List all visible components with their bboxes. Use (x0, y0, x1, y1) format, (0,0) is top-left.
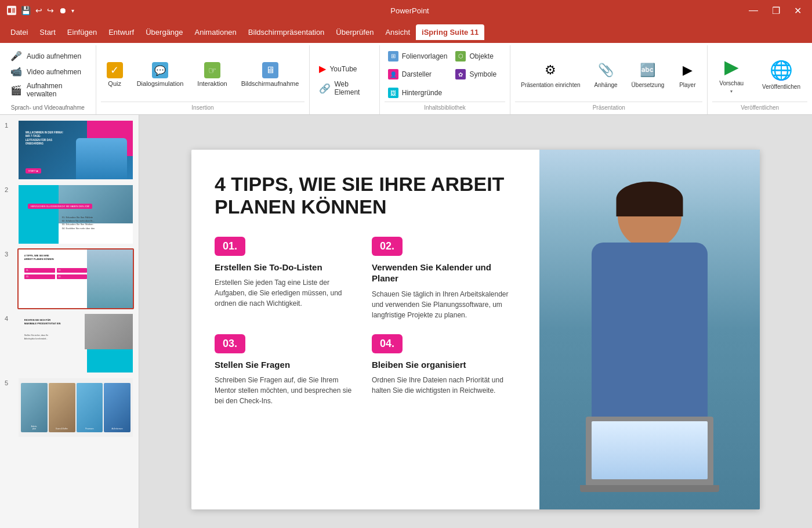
menu-ueberpruefen[interactable]: Überprüfen (330, 24, 379, 40)
dialogsimulation-button[interactable]: 💬 Dialogsimulation (131, 48, 190, 102)
dropdown-icon[interactable]: ▾ (71, 8, 74, 14)
audio-aufnehmen-button[interactable]: 🎤 Audio aufnehmen (7, 49, 89, 63)
menu-uebergaenge[interactable]: Übergänge (140, 24, 188, 40)
title-bar-left: 💾 ↩ ↪ ⏺ ▾ (7, 6, 74, 15)
menu-animationen[interactable]: Animationen (189, 24, 242, 40)
main-area: 1 WILLKOMMEN IN DER FIRMA!IHR 7-TAGE-LEI… (0, 115, 812, 528)
video-aufnehmen-button[interactable]: 📹 Video aufnehmen (7, 64, 89, 79)
vorschau-dropdown[interactable]: ▾ (730, 89, 733, 94)
slide-panel: 1 WILLKOMMEN IN DER FIRMA!IHR 7-TAGE-LEI… (0, 115, 139, 528)
slide-num-5: 5 (5, 377, 13, 386)
darsteller-button[interactable]: 👤 Darsteller (385, 66, 451, 84)
close-button[interactable]: ✕ (791, 5, 805, 16)
symbole-button[interactable]: ✿ Symbole (452, 66, 505, 84)
slide-thumbnail-1[interactable]: 1 WILLKOMMEN IN DER FIRMA!IHR 7-TAGE-LEI… (5, 120, 134, 180)
tip-item-4: 04. Bleiben Sie organisiert Ordnen Sie I… (372, 334, 510, 407)
veroeffentlichen-button[interactable]: 🌐 Veröffentlichen (755, 56, 807, 93)
slide-img-5[interactable]: Arbeits-platz Essen & Kaffee Prozessen A… (17, 377, 134, 438)
title-bar-title: PowerPoint (390, 6, 429, 15)
menu-start[interactable]: Start (34, 24, 61, 40)
screen-icon: 🖥 (262, 62, 278, 78)
tip-item-3: 03. Stellen Sie Fragen Schreiben Sie Fra… (215, 334, 353, 407)
menu-entwurf[interactable]: Entwurf (103, 24, 140, 40)
folienvorlagen-icon: ⊞ (388, 51, 398, 62)
title-bar-controls: — ❐ ✕ (745, 5, 805, 16)
dialog-icon: 💬 (152, 62, 168, 78)
app-icon (7, 6, 16, 15)
maximize-button[interactable]: ❐ (768, 5, 784, 16)
insertion-label: Insertion (101, 102, 305, 112)
tip-text-2: Schauen Sie täglich in Ihren Arbeitskale… (372, 289, 510, 320)
uebersetzung-button[interactable]: 🔤 Übersetzung (626, 57, 670, 92)
youtube-button[interactable]: ▶ YouTube (317, 62, 372, 75)
slide-num-4: 4 (5, 313, 13, 322)
bildschirmaufnahme-button[interactable]: 🖥 Bildschirmaufnahme (235, 48, 305, 102)
slide-thumbnail-5[interactable]: 5 Arbeits-platz Essen & Kaffee Prozessen (5, 377, 134, 438)
ribbon-section-web: ▶ YouTube 🔗 Web Element (310, 45, 379, 114)
hintergruende-icon: 🖼 (388, 88, 398, 98)
vorschau-icon: ▶ (724, 56, 739, 78)
undo-icon[interactable]: ↩ (35, 6, 42, 15)
slide-title: 4 TIPPS, WIE SIE IHRE ARBEIT PLANEN KÖNN… (215, 173, 510, 218)
film-icon: 🎬 (10, 85, 22, 96)
save-icon[interactable]: 💾 (21, 6, 31, 15)
tip-number-1: 01. (215, 237, 245, 256)
uebersetzung-icon: 🔤 (639, 61, 657, 79)
menu-datei[interactable]: Datei (5, 24, 34, 40)
folienvorlagen-button[interactable]: ⊞ Folienvorlagen (385, 48, 451, 65)
redo-icon[interactable]: ↪ (47, 6, 54, 15)
tip-number-2: 02. (372, 237, 403, 256)
slide-content-area: 4 TIPPS, WIE SIE IHRE ARBEIT PLANEN KÖNN… (191, 150, 534, 509)
svg-rect-2 (12, 8, 15, 13)
anhaenge-button[interactable]: 📎 Anhänge (589, 57, 624, 92)
slide-img-2[interactable]: HERZLICHEN GLÜCKWUNSCH! SIE HABEN DEN JO… (17, 184, 134, 245)
svg-rect-1 (8, 8, 11, 13)
aufnahmen-verwalten-button[interactable]: 🎬 Aufnahmen verwalten (7, 80, 89, 100)
tip-item-2: 02. Verwenden Sie Kalender und Planer Sc… (372, 237, 510, 320)
quiz-icon: ✓ (107, 62, 123, 78)
player-button[interactable]: ▶ Player (672, 57, 702, 92)
title-bar: 💾 ↩ ↪ ⏺ ▾ PowerPoint — ❐ ✕ (0, 0, 812, 21)
ribbon-section-praesentation: ⚙ Präsentation einrichten 📎 Anhänge 🔤 Üb… (510, 45, 708, 114)
tip-text-1: Erstellen Sie jeden Tag eine Liste der A… (215, 277, 353, 309)
ribbon-section-publish: ▶ Vorschau ▾ 🌐 Veröffentlichen Veröffent… (708, 45, 812, 114)
publish-label: Veröffentlichen (712, 102, 807, 112)
veroeffentlichen-icon: 🌐 (770, 59, 793, 81)
objekte-button[interactable]: ⬡ Objekte (452, 48, 505, 65)
menu-ispring[interactable]: iSpring Suite 11 (416, 24, 484, 40)
video-icon: 📹 (10, 66, 22, 77)
audio-section-label: Sprach- und Videoaufnahme (7, 104, 89, 111)
tip-heading-3: Stellen Sie Fragen (215, 359, 353, 371)
objekte-icon: ⬡ (455, 51, 466, 62)
minimize-button[interactable]: — (745, 5, 762, 16)
tip-heading-1: Erstellen Sie To-Do-Listen (215, 262, 353, 273)
slide-thumbnail-4[interactable]: 4 RICHTEN SIE SICH FÜRMAXIMALE PRODUKTIV… (5, 313, 134, 374)
ribbon-section-audio-video: 🎤 Audio aufnehmen 📹 Video aufnehmen 🎬 Au… (0, 45, 96, 114)
slide-num-3: 3 (5, 248, 13, 258)
slide-view: 4 TIPPS, WIE SIE IHRE ARBEIT PLANEN KÖNN… (139, 115, 812, 528)
slide-img-4[interactable]: RICHTEN SIE SICH FÜRMAXIMALE PRODUKTIVIT… (17, 313, 134, 374)
tip-text-3: Schreiben Sie Fragen auf, die Sie Ihrem … (215, 375, 353, 406)
anhaenge-icon: 📎 (597, 61, 615, 79)
web-icon: 🔗 (319, 83, 331, 94)
menu-einfuegen[interactable]: Einfügen (61, 24, 103, 40)
slide-thumbnail-3[interactable]: 3 4 TIPPS, WIE SIE IHREARBEIT PLANEN KÖN… (5, 248, 134, 309)
praesentation-einrichten-button[interactable]: ⚙ Präsentation einrichten (515, 57, 586, 92)
menu-ansicht[interactable]: Ansicht (379, 24, 416, 40)
slide-num-1: 1 (5, 120, 13, 129)
person-photo (539, 150, 760, 509)
slide-thumbnail-2[interactable]: 2 HERZLICHEN GLÜCKWUNSCH! SIE HABEN DEN … (5, 184, 134, 245)
tip-heading-2: Verwenden Sie Kalender und Planer (372, 262, 510, 284)
tips-grid: 01. Erstellen Sie To-Do-Listen Erstellen… (215, 237, 510, 407)
menu-bildschirm[interactable]: Bildschirmpräsentation (242, 24, 331, 40)
interaktion-button[interactable]: ☞ Interaktion (191, 48, 233, 102)
vorschau-button[interactable]: ▶ Vorschau ▾ (712, 52, 751, 97)
web-element-button[interactable]: 🔗 Web Element (317, 79, 372, 97)
menu-bar: Datei Start Einfügen Entwurf Übergänge A… (0, 21, 812, 43)
quiz-button[interactable]: ✓ Quiz (101, 48, 129, 102)
interaction-icon: ☞ (204, 62, 220, 78)
record-icon[interactable]: ⏺ (59, 6, 67, 15)
slide-img-3[interactable]: 4 TIPPS, WIE SIE IHREARBEIT PLANEN KÖNNE… (17, 248, 134, 309)
hintergruende-button[interactable]: 🖼 Hintergründe (385, 84, 451, 102)
slide-img-1[interactable]: WILLKOMMEN IN DER FIRMA!IHR 7-TAGE-LEITF… (17, 120, 134, 180)
